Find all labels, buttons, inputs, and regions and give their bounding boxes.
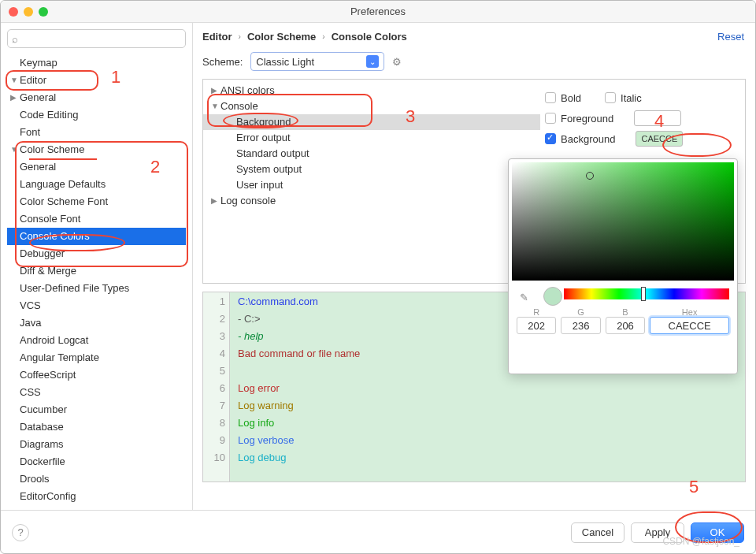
- sidebar-item-editor[interactable]: ▼Editor: [7, 72, 186, 89]
- hue-slider[interactable]: [564, 288, 729, 299]
- attr-user-input[interactable]: User input: [203, 177, 540, 193]
- breadcrumb: Editor › Color Scheme › Console Colors: [202, 31, 746, 43]
- sidebar-item-editorconfig[interactable]: EditorConfig: [7, 488, 186, 505]
- sidebar-item-console-colors[interactable]: Console Colors: [7, 228, 186, 245]
- chevron-right-icon: ›: [239, 32, 241, 41]
- attr-ansi-colors[interactable]: ▶ANSI colors: [203, 83, 540, 99]
- sidebar-item-diagrams[interactable]: Diagrams: [7, 436, 186, 453]
- sidebar-item-general[interactable]: General: [7, 158, 186, 176]
- search-icon: ⌕: [12, 33, 18, 45]
- preview-line: 6Log error: [203, 379, 745, 396]
- saturation-field[interactable]: [512, 162, 734, 281]
- sidebar-item-general[interactable]: ▶General: [7, 89, 186, 106]
- picker-g-input[interactable]: [561, 317, 600, 334]
- foreground-label: Foreground: [561, 113, 613, 125]
- sidebar-item-cucumber[interactable]: Cucumber: [7, 401, 186, 418]
- crumb-console-colors: Console Colors: [332, 31, 407, 43]
- scheme-label: Scheme:: [202, 56, 243, 68]
- crumb-color-scheme[interactable]: Color Scheme: [247, 31, 316, 43]
- picker-b-input[interactable]: [606, 317, 645, 334]
- color-picker[interactable]: ✎ R G B Hex: [508, 158, 738, 374]
- sidebar-item-angular-template[interactable]: Angular Template: [7, 349, 186, 366]
- preview-line: 7Log warning: [203, 396, 745, 414]
- sidebar-item-dockerfile[interactable]: Dockerfile: [7, 453, 186, 470]
- preview-line: 9Log verbose: [203, 431, 745, 448]
- crumb-editor[interactable]: Editor: [202, 31, 232, 43]
- cancel-button[interactable]: Cancel: [571, 522, 624, 543]
- sidebar-item-user-defined-file-types[interactable]: User-Defined File Types: [7, 280, 186, 297]
- chevron-right-icon: ›: [322, 32, 324, 41]
- picker-cursor[interactable]: [586, 172, 594, 180]
- attr-console[interactable]: ▼Console: [203, 99, 540, 114]
- attr-log-console[interactable]: ▶Log console: [203, 193, 540, 209]
- sidebar-item-color-scheme-font[interactable]: Color Scheme Font: [7, 193, 186, 210]
- eyedropper-icon[interactable]: ✎: [520, 292, 528, 303]
- italic-label: Italic: [621, 92, 642, 104]
- hue-thumb[interactable]: [641, 287, 646, 301]
- sidebar-item-font[interactable]: Font: [7, 124, 186, 141]
- watermark: CSDN @fastjson_: [662, 536, 739, 547]
- foreground-checkbox: [545, 113, 556, 124]
- close-icon[interactable]: [9, 7, 18, 17]
- attr-system-output[interactable]: System output: [203, 162, 540, 177]
- sidebar-item-language-defaults[interactable]: Language Defaults: [7, 176, 186, 193]
- sidebar-item-vcs[interactable]: VCS: [7, 297, 186, 314]
- sidebar-item-coffeescript[interactable]: CoffeeScript: [7, 366, 186, 384]
- preview-line: 8Log info: [203, 414, 745, 431]
- preview-line: 10Log debug: [203, 448, 745, 466]
- sidebar-item-code-editing[interactable]: Code Editing: [7, 106, 186, 124]
- attr-standard-output[interactable]: Standard output: [203, 146, 540, 162]
- sidebar-item-android-logcat[interactable]: Android Logcat: [7, 332, 186, 349]
- attributes-tree[interactable]: ▶ANSI colors▼ConsoleBackgroundError outp…: [203, 80, 540, 283]
- bold-label: Bold: [561, 92, 581, 104]
- sidebar-item-drools[interactable]: Drools: [7, 470, 186, 488]
- window-title: Preferences: [1, 6, 755, 17]
- sidebar-item-css[interactable]: CSS: [7, 384, 186, 401]
- background-checkbox[interactable]: [545, 133, 556, 144]
- sidebar-item-keymap[interactable]: Keymap: [7, 54, 186, 72]
- scheme-dropdown[interactable]: Classic Light ⌄: [250, 52, 384, 71]
- sidebar-item-diff-merge[interactable]: Diff & Merge: [7, 262, 186, 280]
- color-preview-swatch: [543, 287, 562, 306]
- background-swatch[interactable]: CAECCE: [636, 131, 683, 147]
- sidebar-item-database[interactable]: Database: [7, 418, 186, 436]
- sidebar-item-console-font[interactable]: Console Font: [7, 210, 186, 228]
- attr-background[interactable]: Background: [203, 114, 540, 130]
- sidebar: ⌕ Keymap▼Editor▶GeneralCode EditingFont▼…: [1, 23, 193, 510]
- sidebar-item-java[interactable]: Java: [7, 314, 186, 332]
- picker-r-input[interactable]: [517, 317, 556, 334]
- gear-icon[interactable]: ⚙: [392, 56, 402, 68]
- italic-checkbox: [605, 92, 616, 103]
- bold-checkbox: [545, 92, 556, 103]
- annotation-2-underline: [29, 158, 97, 160]
- picker-hex-input[interactable]: [650, 317, 729, 334]
- sidebar-item-color-scheme[interactable]: ▼Color Scheme: [7, 141, 186, 158]
- background-label: Background: [561, 133, 615, 145]
- zoom-icon[interactable]: [39, 7, 48, 17]
- minimize-icon[interactable]: [24, 7, 33, 17]
- search-input[interactable]: [7, 29, 186, 48]
- titlebar: Preferences: [1, 1, 755, 23]
- attr-error-output[interactable]: Error output: [203, 130, 540, 146]
- foreground-swatch: [634, 110, 681, 126]
- sidebar-item-debugger[interactable]: Debugger: [7, 245, 186, 262]
- scheme-value: Classic Light: [256, 56, 314, 68]
- search-field: ⌕: [7, 29, 186, 48]
- reset-link[interactable]: Reset: [717, 31, 744, 43]
- chevron-updown-icon: ⌄: [366, 55, 379, 68]
- help-button[interactable]: ?: [12, 524, 29, 541]
